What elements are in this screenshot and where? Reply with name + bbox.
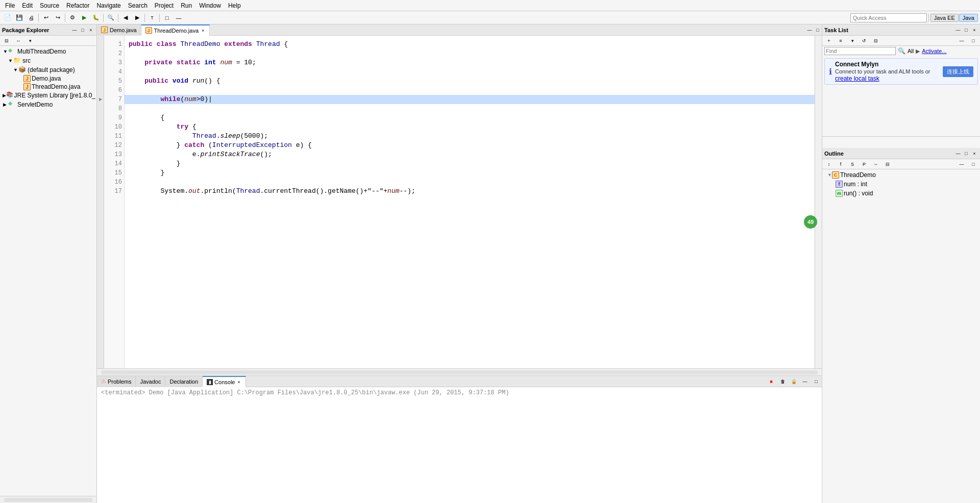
menu-search[interactable]: Search <box>125 1 151 10</box>
demojava-icon: J <box>23 75 31 82</box>
outline-sort-btn[interactable]: ↕ <box>823 159 835 170</box>
new-btn[interactable]: 📄 <box>2 12 13 23</box>
tab-declaration[interactable]: Declaration <box>165 376 203 387</box>
outline-panel-min-btn[interactable]: — <box>956 159 967 170</box>
redo-btn[interactable]: ↪ <box>52 12 63 23</box>
new-task-btn[interactable]: + <box>823 35 835 46</box>
quick-access-input[interactable] <box>850 13 927 22</box>
tab-javadoc[interactable]: Javadoc <box>136 376 165 387</box>
close-panel-btn[interactable]: × <box>87 27 94 34</box>
tree-item-threaddemo[interactable]: J ThreadDemo.java <box>0 83 96 91</box>
editor-hscroll[interactable] <box>97 368 822 375</box>
perspective-java[interactable]: Java <box>959 14 978 22</box>
next-btn[interactable]: ▶ <box>132 12 143 23</box>
tab-console[interactable]: ▮ Console × <box>203 376 246 387</box>
tab-threaddemo[interactable]: J ThreadDemo.java × <box>141 24 210 36</box>
menu-project[interactable]: Project <box>152 1 177 10</box>
task-panel-actions: — □ × <box>954 27 978 34</box>
tree-item-demojava[interactable]: J Demo.java <box>0 74 96 83</box>
task-close-btn[interactable]: × <box>971 27 978 34</box>
outline-min-btn[interactable]: — <box>954 150 962 157</box>
outline-close-btn[interactable]: × <box>971 150 978 157</box>
tree-item-src[interactable]: ▼ 📁 src <box>0 56 96 65</box>
console-close-btn[interactable]: × <box>236 380 241 385</box>
tree-item-default-package[interactable]: ▼ 📦 (default package) <box>0 65 96 74</box>
activate-link[interactable]: Activate... <box>922 48 946 54</box>
undo-btn[interactable]: ↩ <box>40 12 52 23</box>
menubar: File Edit Source Refactor Navigate Searc… <box>0 0 980 11</box>
fold-arrow[interactable]: ▶ <box>99 97 102 102</box>
print-btn[interactable]: 🖨 <box>26 12 37 23</box>
outline-hide-nonpublic-btn[interactable]: P <box>859 159 870 170</box>
mylyn-connect-btn[interactable]: 连接上线 <box>943 66 973 77</box>
task-find-input[interactable] <box>824 47 896 55</box>
task-collapse-btn[interactable]: ⊟ <box>870 35 881 46</box>
outline-sync-btn[interactable]: ↔ <box>870 159 881 170</box>
console-scroll-lock-btn[interactable]: 🔒 <box>788 376 799 387</box>
hscroll-track <box>101 370 818 374</box>
outline-max-btn[interactable]: □ <box>963 150 970 157</box>
tree-item-jre[interactable]: ▶ 📚 JRE System Library [jre1.8.0_ <box>0 91 96 100</box>
bottom-panel: ⚠ Problems Javadoc Declaration ▮ Console… <box>97 375 822 503</box>
editor-min-btn[interactable]: — <box>805 26 814 34</box>
menu-file[interactable]: File <box>2 1 18 10</box>
task-sync-btn[interactable]: ↺ <box>859 35 870 46</box>
console-clear-btn[interactable]: 🗑 <box>777 376 788 387</box>
console-terminate-btn[interactable]: ■ <box>766 376 777 387</box>
task-view-btn[interactable]: ≡ <box>835 35 846 46</box>
expand-arrow-src: ▼ <box>8 58 13 63</box>
editor-max-btn[interactable]: □ <box>814 26 822 34</box>
console-min-btn[interactable]: — <box>799 376 811 387</box>
tree-item-servletdemo[interactable]: ▶ ◆ ServletDemo <box>0 100 96 109</box>
maximize-btn[interactable]: □ <box>161 12 173 23</box>
outline-panel-max-btn[interactable]: □ <box>968 159 979 170</box>
outline-collapse-btn[interactable]: ⊟ <box>882 159 893 170</box>
tree-item-multithreaddemo[interactable]: ▼ ◆ MultiThreadDemo <box>0 47 96 56</box>
build-btn[interactable]: ⚙ <box>67 12 78 23</box>
menu-run[interactable]: Run <box>178 1 195 10</box>
folder-icon: 📁 <box>13 57 21 65</box>
outline-run[interactable]: m run() : void <box>824 189 978 198</box>
task-panel-min-btn[interactable]: — <box>956 35 967 46</box>
menu-navigate[interactable]: Navigate <box>93 1 124 10</box>
outline-num[interactable]: f num : int <box>824 180 978 189</box>
link-with-editor-btn[interactable]: ↔ <box>13 35 24 46</box>
code-area[interactable]: public class ThreadDemo extends Thread {… <box>125 36 815 368</box>
tab-close-btn[interactable]: × <box>201 28 205 33</box>
outline-run-label: run() : void <box>844 190 873 197</box>
maximize-panel-btn[interactable]: □ <box>79 27 86 34</box>
menu-refactor[interactable]: Refactor <box>63 1 92 10</box>
outline-hide-fields-btn[interactable]: f <box>835 159 846 170</box>
tab-problems[interactable]: ⚠ Problems <box>97 376 136 387</box>
task-title: Task List <box>824 27 848 33</box>
open-type-btn[interactable]: T <box>146 12 158 23</box>
tab-demojava[interactable]: J Demo.java <box>97 24 141 36</box>
save-btn[interactable]: 💾 <box>14 12 25 23</box>
perspective-javaee[interactable]: Java EE <box>930 14 959 22</box>
task-panel-max-btn[interactable]: □ <box>968 35 979 46</box>
menu-edit[interactable]: Edit <box>19 1 36 10</box>
task-min-btn[interactable]: — <box>954 27 962 34</box>
left-scroll[interactable] <box>0 496 96 503</box>
run-btn[interactable]: ▶ <box>79 12 90 23</box>
menu-window[interactable]: Window <box>196 1 224 10</box>
outline-hide-static-btn[interactable]: S <box>847 159 858 170</box>
console-max-btn[interactable]: □ <box>811 376 822 387</box>
debug-btn[interactable]: 🐛 <box>90 12 102 23</box>
editor-scrollbar[interactable] <box>815 36 822 368</box>
prev-btn[interactable]: ◀ <box>120 12 131 23</box>
collapse-all-btn[interactable]: ⊟ <box>1 35 12 46</box>
task-filter-btn[interactable]: ▾ <box>847 35 858 46</box>
minimize-panel-btn[interactable]: — <box>71 27 78 34</box>
search-btn[interactable]: 🔍 <box>105 12 116 23</box>
outline-threaddemo[interactable]: ▼ C ThreadDemo <box>824 170 978 180</box>
bottom-tabs: ⚠ Problems Javadoc Declaration ▮ Console… <box>97 376 822 387</box>
mylyn-link[interactable]: create local task <box>835 75 879 82</box>
view-menu-btn[interactable]: ▾ <box>24 35 36 46</box>
task-max-btn[interactable]: □ <box>963 27 970 34</box>
minimize-btn[interactable]: — <box>173 12 184 23</box>
mylyn-desc: Connect to your task and ALM tools or <box>835 68 930 74</box>
notification-indicator[interactable]: 49 <box>804 215 817 229</box>
menu-help[interactable]: Help <box>225 1 244 10</box>
menu-source[interactable]: Source <box>37 1 62 10</box>
